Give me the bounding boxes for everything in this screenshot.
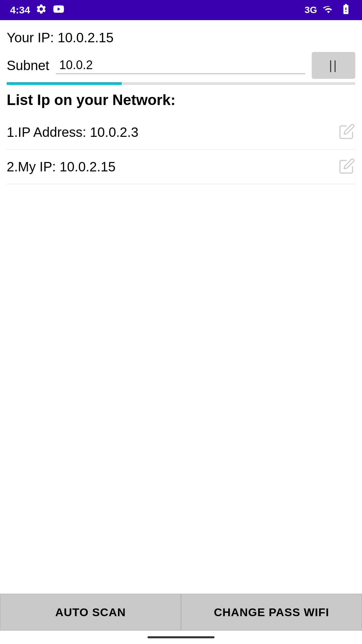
ip-item-1-text: 1.IP Address: 10.0.2.3 [7, 125, 138, 140]
network-label: 3G [305, 5, 317, 15]
list-item: 1.IP Address: 10.0.2.3 [7, 115, 355, 150]
your-ip-label: Your IP: 10.0.2.15 [7, 30, 355, 45]
ip-item-2-text: 2.My IP: 10.0.2.15 [7, 159, 116, 174]
status-time: 4:34 [10, 4, 30, 16]
edit-icon-1[interactable] [339, 123, 355, 141]
subnet-row: Subnet || [7, 52, 355, 79]
progress-bar [7, 82, 122, 85]
progress-container [7, 82, 355, 85]
main-content: Your IP: 10.0.2.15 Subnet || List Ip on … [0, 20, 362, 184]
nav-bar [0, 631, 362, 644]
signal-icon [322, 3, 335, 17]
nav-bar-handle [147, 636, 215, 638]
subnet-label: Subnet [7, 58, 49, 73]
status-bar-left: 4:34 [10, 3, 65, 18]
edit-icon-2[interactable] [339, 158, 355, 176]
battery-icon [340, 3, 352, 17]
list-item: 2.My IP: 10.0.2.15 [7, 150, 355, 184]
youtube-icon [52, 3, 65, 18]
change-pass-wifi-button[interactable]: CHANGE PASS WIFI [181, 594, 362, 631]
auto-scan-button[interactable]: AUTO SCAN [0, 594, 181, 631]
status-bar-right: 3G [305, 3, 352, 17]
subnet-input[interactable] [56, 57, 305, 74]
status-bar: 4:34 3G [0, 0, 362, 20]
bottom-bar: AUTO SCAN CHANGE PASS WIFI [0, 594, 362, 631]
pause-button[interactable]: || [312, 52, 355, 79]
list-header: List Ip on your Network: [7, 92, 355, 108]
gear-icon [36, 3, 47, 17]
